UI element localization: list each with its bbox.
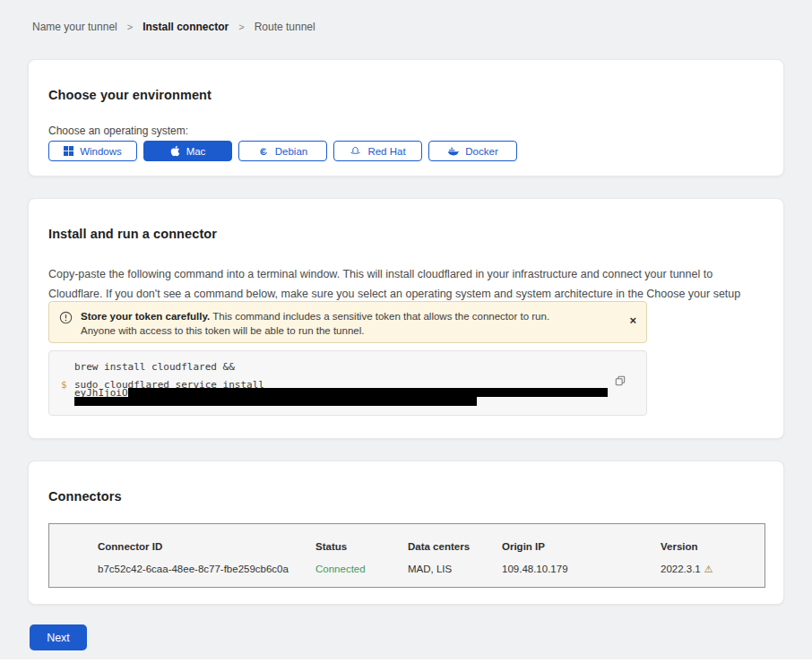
token-warning-text: Store your token carefully. This command… [81,309,583,338]
column-header-version: Version [661,541,698,552]
shell-prompt: $ [61,379,67,391]
connectors-card-title: Connectors [48,489,122,504]
cell-version: 2022.3.1⚠ [661,564,713,575]
os-button-windows[interactable]: Windows [48,141,137,161]
token-warning-banner: Store your token carefully. This command… [48,301,647,343]
choose-environment-card: Choose your environment Choose an operat… [28,59,784,177]
cell-status: Connected [315,564,366,574]
breadcrumb-step-name-your-tunnel[interactable]: Name your tunnel [32,21,117,33]
os-button-mac[interactable]: Mac [143,141,232,161]
redacted-token-bar [74,397,477,406]
install-card-title: Install and run a connector [48,227,217,241]
breadcrumb-step-route-tunnel[interactable]: Route tunnel [255,21,315,33]
redhat-icon [350,145,361,157]
token-warning-bold: Store your token carefully. [81,311,210,322]
windows-icon [64,146,73,156]
cell-connector-id: b7c52c42-6caa-48ee-8c77-fbe259cb6c0a [98,564,289,574]
cell-origin-ip: 109.48.10.179 [502,564,568,574]
environment-card-title: Choose your environment [48,88,212,102]
next-button[interactable]: Next [30,624,87,650]
os-button-docker[interactable]: Docker [428,141,517,161]
connectors-table: Connector ID Status Data centers Origin … [48,523,765,588]
warning-triangle-icon: ⚠ [704,564,713,574]
version-value: 2022.3.1 [661,564,701,574]
docker-icon [447,146,459,156]
breadcrumb-separator: > [238,22,244,32]
column-header-origin-ip: Origin IP [502,541,545,552]
breadcrumb-step-install-connector[interactable]: Install connector [143,21,229,33]
breadcrumb-separator: > [127,22,133,32]
close-icon[interactable]: × [629,314,636,326]
os-button-group: Windows Mac Debian Red Hat Docker [48,141,517,161]
debian-icon [258,146,269,157]
os-button-label: Docker [465,146,497,157]
breadcrumb: Name your tunnel > Install connector > R… [32,21,315,33]
cell-data-centers: MAD, LIS [408,564,452,574]
bottom-strip [0,659,812,663]
connectors-card: Connectors Connector ID Status Data cent… [28,461,784,605]
os-button-label: Mac [186,146,206,157]
os-button-debian[interactable]: Debian [238,141,327,161]
os-button-label: Debian [275,146,307,157]
os-select-label: Choose an operating system: [48,125,188,137]
os-button-label: Windows [80,146,122,157]
install-connector-card: Install and run a connector Copy-paste t… [28,198,784,439]
os-button-redhat[interactable]: Red Hat [333,141,422,161]
info-circle-icon [59,311,73,328]
install-command-codeblock: brew install cloudflared && $ sudo cloud… [48,350,647,416]
column-header-data-centers: Data centers [408,541,470,552]
code-line-brew: brew install cloudflared && [74,361,235,373]
copy-icon[interactable] [615,375,626,389]
redacted-token-bar [128,388,608,397]
apple-icon [170,145,180,157]
column-header-connector-id: Connector ID [98,541,162,552]
os-button-label: Red Hat [367,146,405,157]
column-header-status: Status [315,541,347,552]
